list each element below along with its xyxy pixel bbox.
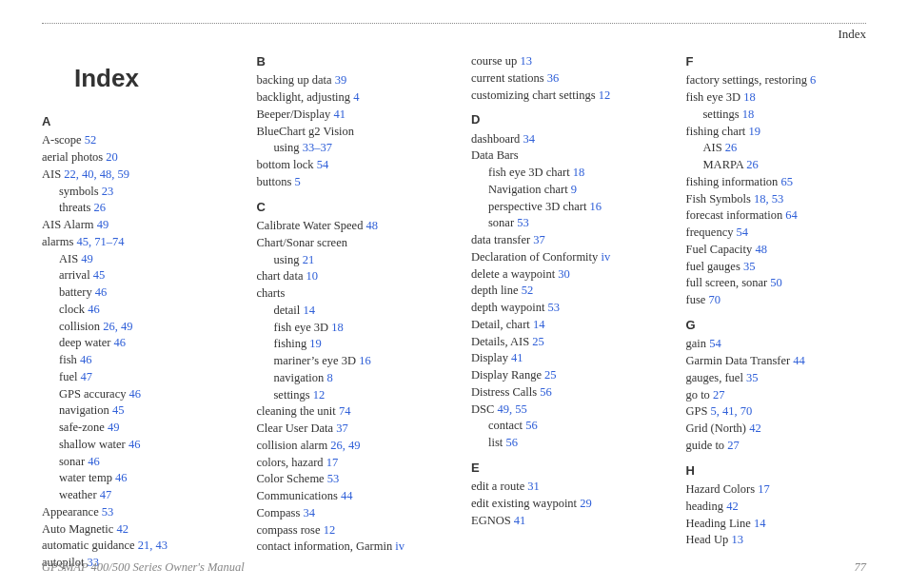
- index-page-link[interactable]: 5: [294, 175, 300, 188]
- index-page-link[interactable]: 33–37: [303, 141, 332, 154]
- index-page-link[interactable]: 8: [326, 371, 332, 384]
- index-page-link[interactable]: 26: [725, 141, 738, 154]
- index-page-link[interactable]: 56: [540, 385, 552, 399]
- index-page-link[interactable]: 35: [746, 371, 759, 384]
- index-page-link[interactable]: 42: [726, 500, 739, 513]
- index-entry: shallow water 46: [42, 437, 223, 454]
- index-page-link[interactable]: 14: [533, 318, 545, 331]
- index-page-link[interactable]: 12: [313, 388, 326, 402]
- index-page-link[interactable]: 50: [770, 276, 782, 289]
- index-page-link[interactable]: 18: [743, 90, 756, 104]
- index-page-link[interactable]: 21: [303, 253, 315, 266]
- index-page-link[interactable]: 56: [505, 436, 518, 449]
- index-page-link[interactable]: 54: [737, 225, 749, 239]
- index-page-link[interactable]: 9: [571, 183, 577, 196]
- index-page-link[interactable]: 26: [746, 158, 759, 171]
- index-page-link[interactable]: 18: [742, 108, 755, 121]
- index-page-link[interactable]: 10: [306, 269, 319, 283]
- index-page-link[interactable]: 48: [755, 243, 767, 256]
- index-page-link[interactable]: 20: [106, 150, 118, 164]
- index-page-link[interactable]: 18, 53: [754, 192, 783, 206]
- index-page-link[interactable]: 42: [116, 522, 128, 536]
- index-page-link[interactable]: 49: [97, 218, 109, 231]
- index-page-link[interactable]: 26, 49: [330, 439, 360, 452]
- index-page-link[interactable]: 18: [573, 166, 585, 179]
- index-entry: backlight, adjusting 4: [257, 89, 438, 107]
- index-page-link[interactable]: 26: [93, 201, 106, 214]
- index-page-link[interactable]: 46: [95, 285, 108, 299]
- index-page-link[interactable]: 53: [327, 472, 340, 485]
- index-page-link[interactable]: 12: [324, 523, 336, 537]
- index-page-link[interactable]: 23: [102, 185, 114, 198]
- index-page-link[interactable]: 41: [333, 108, 345, 121]
- index-page-link[interactable]: 14: [754, 517, 766, 530]
- index-page-link[interactable]: 74: [339, 404, 351, 418]
- index-page-link[interactable]: 13: [731, 533, 743, 546]
- index-page-link[interactable]: 26, 49: [103, 320, 132, 333]
- index-page-link[interactable]: 29: [580, 497, 592, 510]
- index-page-link[interactable]: 46: [80, 353, 92, 366]
- index-page-link[interactable]: 16: [359, 354, 371, 367]
- index-page-link[interactable]: 70: [708, 293, 720, 306]
- index-page-link[interactable]: 65: [781, 175, 794, 188]
- index-page-link[interactable]: 31: [527, 480, 540, 493]
- index-page-link[interactable]: 19: [748, 125, 760, 138]
- index-page-link[interactable]: 46: [129, 387, 142, 401]
- index-page-link[interactable]: 37: [336, 421, 348, 435]
- index-page-link[interactable]: 21, 43: [138, 539, 168, 552]
- index-page-link[interactable]: 49: [108, 421, 120, 434]
- index-page-link[interactable]: 19: [309, 337, 322, 350]
- index-page-link[interactable]: 53: [102, 505, 114, 519]
- index-page-link[interactable]: 30: [558, 267, 570, 281]
- index-page-link[interactable]: 46: [88, 455, 100, 468]
- index-page-link[interactable]: 45: [93, 268, 106, 282]
- index-page-link[interactable]: 48: [366, 219, 379, 232]
- index-page-link[interactable]: 13: [520, 54, 532, 68]
- index-page-link[interactable]: 64: [785, 208, 798, 222]
- index-page-link[interactable]: 52: [522, 284, 534, 297]
- index-page-link[interactable]: 49, 55: [497, 402, 526, 416]
- index-page-link[interactable]: 42: [749, 421, 761, 435]
- index-page-link[interactable]: 17: [326, 456, 339, 469]
- index-page-link[interactable]: 54: [317, 158, 329, 171]
- index-page-link[interactable]: 46: [88, 303, 100, 316]
- index-page-link[interactable]: 25: [544, 368, 557, 382]
- index-page-link[interactable]: iv: [601, 250, 610, 264]
- index-page-link[interactable]: 12: [599, 88, 611, 102]
- index-page-link[interactable]: 18: [331, 321, 344, 334]
- index-page-link[interactable]: 46: [114, 336, 127, 349]
- index-page-link[interactable]: 45, 71–74: [76, 235, 124, 248]
- index-page-link[interactable]: 22, 40, 48, 59: [64, 167, 129, 181]
- index-page-link[interactable]: 41: [511, 351, 523, 364]
- index-page-link[interactable]: 36: [547, 71, 560, 85]
- index-page-link[interactable]: 14: [303, 304, 315, 317]
- index-page-link[interactable]: iv: [395, 539, 405, 553]
- index-page-link[interactable]: 5, 41, 70: [711, 404, 753, 418]
- index-page-link[interactable]: 47: [81, 370, 93, 383]
- index-page-link[interactable]: 52: [85, 133, 97, 147]
- index-page-link[interactable]: 45: [112, 403, 125, 417]
- index-page-link[interactable]: 44: [341, 489, 353, 502]
- index-page-link[interactable]: 56: [525, 419, 538, 432]
- index-page-link[interactable]: 54: [709, 337, 721, 350]
- index-page-link[interactable]: 16: [590, 200, 602, 213]
- index-page-link[interactable]: 34: [303, 506, 315, 519]
- index-page-link[interactable]: 27: [713, 388, 725, 402]
- index-page-link[interactable]: 53: [548, 301, 561, 314]
- index-page-link[interactable]: 46: [115, 471, 128, 484]
- index-page-link[interactable]: 25: [532, 335, 544, 348]
- index-page-link[interactable]: 34: [523, 132, 536, 146]
- index-page-link[interactable]: 44: [793, 354, 805, 367]
- index-page-link[interactable]: 47: [100, 488, 112, 501]
- index-page-link[interactable]: 46: [128, 438, 141, 451]
- index-page-link[interactable]: 41: [514, 514, 526, 527]
- index-page-link[interactable]: 37: [533, 233, 545, 246]
- index-page-link[interactable]: 17: [758, 482, 770, 496]
- index-page-link[interactable]: 35: [743, 260, 756, 273]
- index-page-link[interactable]: 4: [353, 90, 359, 104]
- index-page-link[interactable]: 6: [810, 73, 816, 87]
- index-page-link[interactable]: 27: [727, 439, 740, 452]
- index-page-link[interactable]: 39: [335, 73, 347, 87]
- index-page-link[interactable]: 49: [81, 252, 93, 265]
- index-page-link[interactable]: 53: [517, 216, 529, 229]
